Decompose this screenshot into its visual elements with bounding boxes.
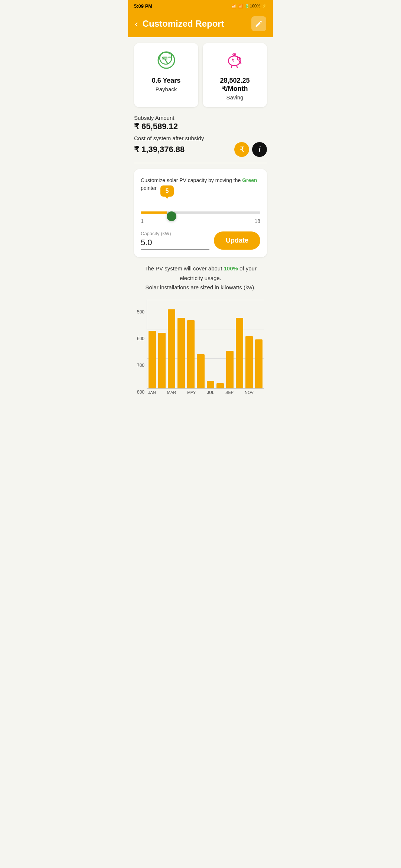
wifi-icon: 📶 [238,4,243,9]
bar-jul [207,381,214,388]
x-label-nov: NOV [245,390,254,395]
payback-card: 0.6 Years Payback [134,43,198,107]
y-label-600: 600 [137,336,144,341]
slider-container: 5 [141,200,260,215]
slider-minmax: 1 18 [141,218,260,224]
payback-value: 0.6 Years [139,77,193,85]
bar-jan [149,331,156,388]
x-label-jan: JAN [148,390,156,395]
chart-area: JANMARMAYJULSEPNOV [147,300,264,395]
slider-max: 18 [254,218,260,224]
x-label-dec [256,390,263,395]
pv-info: The PV system will cover about 100% of y… [134,264,267,292]
svg-point-2 [237,57,240,60]
chart-bars [147,300,264,389]
info-button[interactable]: i [252,142,267,157]
slider-bubble: 5 [160,185,174,197]
cost-label: Cost of system after subsidy [134,135,267,141]
bar-feb [158,333,166,388]
x-label-mar: MAR [167,390,176,395]
slider-min: 1 [141,218,144,224]
subsidy-section: Subsidy Amount ₹ 65,589.12 Cost of syste… [134,115,267,157]
chart-container: 800 700 600 500 JANMARMAYJULSEPNOV [134,300,267,401]
update-button[interactable]: Update [214,231,260,250]
y-label-500: 500 [137,309,144,315]
bar-sep [226,351,234,388]
x-label-oct [236,390,242,395]
main-content: 0.6 Years Payback ₹ 28,502.25 ₹/Month Sa… [128,37,273,407]
page-title: Customized Report [143,19,251,29]
saving-value: 28,502.25 ₹/Month [208,77,262,93]
bar-may [187,320,195,388]
status-time: 5:09 PM [134,3,152,9]
y-label-700: 700 [137,363,144,368]
bar-aug [216,383,224,388]
payback-label: Payback [139,86,193,92]
capacity-label: Capacity (kW) [141,231,209,236]
cost-row: ₹ 1,39,376.88 ₹ i [134,142,267,157]
x-labels: JANMARMAYJULSEPNOV [147,389,264,395]
bar-apr [177,318,185,388]
rupee-button[interactable]: ₹ [234,142,249,157]
slider-card: Customize solar PV capacity by moving th… [134,169,267,257]
status-bar: 5:09 PM 📶 📶 🔋100% ⚡ [128,0,273,12]
header: ‹ Customized Report [128,12,273,37]
chart-wrap: 800 700 600 500 JANMARMAYJULSEPNOV [137,300,264,395]
divider [134,163,267,163]
bar-dec [255,339,263,388]
capacity-row: Capacity (kW) 5.0 Update [141,231,260,250]
svg-text:₹: ₹ [232,59,234,62]
bar-oct [236,318,243,388]
pv-info-prefix: The PV system will cover about [144,265,222,272]
x-label-aug [216,390,223,395]
status-icons: 📶 📶 🔋100% ⚡ [231,4,267,9]
x-label-sep: SEP [225,390,234,395]
x-label-jul: JUL [207,390,214,395]
slider-hint: Customize solar PV capacity by moving th… [141,177,260,192]
y-axis: 800 700 600 500 [137,306,147,395]
x-label-feb [158,390,165,395]
edit-icon [255,20,263,28]
battery-icon: 🔋100% [245,4,260,9]
edit-button[interactable] [251,16,266,31]
pv-info-percent: 100% [224,265,238,272]
subsidy-label: Subsidy Amount [134,115,267,121]
slider-hint-green: Green [242,177,257,183]
saving-icon: ₹ [208,50,262,73]
bar-jun [197,354,204,388]
cards-row: 0.6 Years Payback ₹ 28,502.25 ₹/Month Sa… [134,43,267,107]
saving-label: Saving [208,94,262,101]
x-label-apr [178,390,185,395]
bar-nov [245,336,253,388]
x-label-jun [198,390,205,395]
saving-card: ₹ 28,502.25 ₹/Month Saving [203,43,267,107]
cost-value: ₹ 1,39,376.88 [134,145,185,154]
cost-action-icons: ₹ i [234,142,267,157]
x-label-may: MAY [187,390,196,395]
subsidy-value: ₹ 65,589.12 [134,122,267,131]
payback-icon [139,50,193,73]
y-label-800: 800 [137,389,144,395]
bar-mar [168,309,175,388]
back-button[interactable]: ‹ [135,18,138,30]
capacity-slider[interactable] [141,211,260,214]
charging-icon: ⚡ [262,4,267,9]
capacity-input-wrap: Capacity (kW) 5.0 [141,231,209,250]
capacity-value: 5.0 [141,238,209,250]
sim-icon: 📶 [231,4,237,9]
